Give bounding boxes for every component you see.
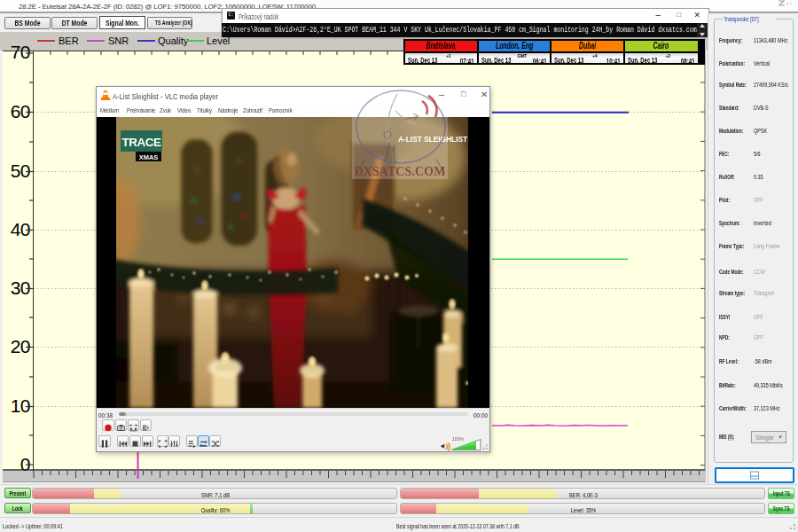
svg-text:TRACE: TRACE: [122, 136, 161, 149]
svg-text:XMAS: XMAS: [139, 153, 159, 161]
svg-text:A-LIST SLEIGHLIST: A-LIST SLEIGHLIST: [398, 135, 468, 144]
